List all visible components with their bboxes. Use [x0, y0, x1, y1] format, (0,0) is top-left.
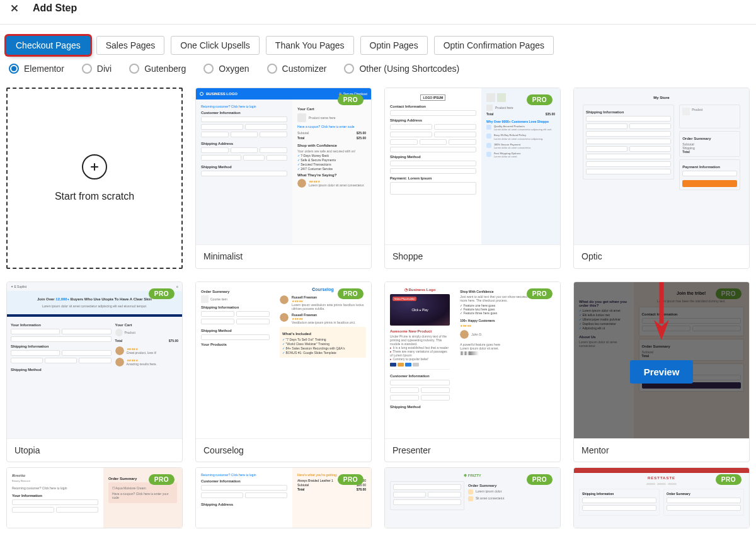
- radio-icon: [9, 64, 19, 74]
- tab-sales-pages[interactable]: Sales Pages: [96, 36, 165, 55]
- radio-other[interactable]: Other (Using Shortcodes): [344, 64, 459, 74]
- start-from-scratch-card[interactable]: Start from scratch: [6, 88, 183, 269]
- radio-icon: [82, 64, 92, 74]
- radio-icon: [267, 64, 277, 74]
- template-card-frizty[interactable]: PRO FRIZTY Order Summary Lorem ipsum dol…: [384, 467, 561, 528]
- template-thumbnail: PRO RESTTASTE Shipping Information Order…: [574, 468, 749, 528]
- pro-badge: PRO: [716, 474, 742, 485]
- pro-badge: PRO: [338, 288, 364, 299]
- template-thumbnail: PRO BUSINESS LOGO🔒 Secure Checkout Retur…: [196, 88, 371, 244]
- template-card[interactable]: PRO Returning customer? Click here to lo…: [195, 467, 372, 528]
- close-button[interactable]: [6, 0, 23, 16]
- template-card-presenter[interactable]: PRO ◔ Business Logo Video PlaceholderCli…: [384, 282, 561, 462]
- preview-button[interactable]: Preview: [630, 360, 694, 384]
- tab-one-click-upsells[interactable]: One Click Upsells: [171, 36, 259, 55]
- template-card-utopia[interactable]: PRO ✦ E Soplist≡ Join Over 12,000+ Buyer…: [6, 282, 183, 462]
- template-card-courselog[interactable]: PRO Order Summary Course item Shipping I…: [195, 282, 372, 462]
- page-title: Add Step: [33, 3, 77, 14]
- pro-badge: PRO: [527, 474, 553, 485]
- radio-icon: [129, 64, 139, 74]
- tab-checkout-pages[interactable]: Checkout Pages: [6, 36, 90, 55]
- pro-badge: PRO: [338, 474, 364, 485]
- template-thumbnail: PRO Rosetta Beauty Skincare Returning cu…: [7, 468, 182, 528]
- template-card-optic[interactable]: My Store Shipping Information Product: [573, 88, 750, 269]
- template-card-rosetta[interactable]: PRO Rosetta Beauty Skincare Returning cu…: [6, 467, 183, 528]
- tab-thank-you-pages[interactable]: Thank You Pages: [266, 36, 354, 55]
- template-name: Optic: [574, 244, 749, 268]
- radio-label: Gutenberg: [144, 64, 186, 74]
- template-thumbnail: PRO ◔ Business Logo Video PlaceholderCli…: [385, 282, 560, 438]
- pro-badge: PRO: [527, 94, 553, 105]
- template-name: Shoppe: [385, 244, 560, 268]
- template-thumbnail: PRO Returning customer? Click here to lo…: [196, 468, 371, 528]
- radio-label: Oxygen: [219, 64, 249, 74]
- plus-icon: [82, 154, 107, 179]
- page-type-tabs: Checkout Pages Sales Pages One Click Ups…: [0, 25, 756, 60]
- radio-icon: [203, 64, 214, 74]
- radio-icon: [344, 64, 354, 74]
- template-name: Courselog: [196, 438, 371, 462]
- tab-label: Optin Pages: [370, 40, 418, 50]
- tab-label: Thank You Pages: [275, 40, 345, 50]
- template-thumbnail: PRO LOGO IPSUM Contact Information Shipp…: [385, 88, 560, 244]
- template-thumbnail: PRO ✦ E Soplist≡ Join Over 12,000+ Buyer…: [7, 282, 182, 438]
- template-name: Minimalist: [196, 244, 371, 268]
- template-card-mentor[interactable]: PRO What do you get when you order this?…: [573, 282, 750, 462]
- pro-badge: PRO: [527, 288, 553, 299]
- tab-label: One Click Upsells: [180, 40, 249, 50]
- radio-label: Divi: [97, 64, 112, 74]
- tab-label: Checkout Pages: [16, 40, 81, 50]
- tab-label: Sales Pages: [106, 40, 156, 50]
- template-thumbnail: PRO FRIZTY Order Summary Lorem ipsum dol…: [385, 468, 560, 528]
- template-name: Utopia: [7, 438, 182, 462]
- radio-customizer[interactable]: Customizer: [267, 64, 327, 74]
- pro-badge: PRO: [149, 474, 175, 485]
- template-card-shoppe[interactable]: PRO LOGO IPSUM Contact Information Shipp…: [384, 88, 561, 269]
- template-thumbnail: My Store Shipping Information Product: [574, 88, 749, 244]
- template-name: Presenter: [385, 438, 560, 462]
- annotation-arrow-icon: [653, 282, 670, 344]
- builder-radio-group: Elementor Divi Gutenberg Oxygen Customiz…: [0, 60, 756, 84]
- radio-gutenberg[interactable]: Gutenberg: [129, 64, 186, 74]
- close-icon: [9, 3, 20, 14]
- radio-elementor[interactable]: Elementor: [9, 64, 64, 74]
- tab-optin-pages[interactable]: Optin Pages: [360, 36, 428, 55]
- radio-oxygen[interactable]: Oxygen: [203, 64, 249, 74]
- template-card-resttaste[interactable]: PRO RESTTASTE Shipping Information Order…: [573, 467, 750, 528]
- card-hover-overlay: Preview: [574, 282, 749, 462]
- radio-label: Customizer: [282, 64, 327, 74]
- pro-badge: PRO: [338, 94, 364, 105]
- pro-badge: PRO: [149, 288, 175, 299]
- tab-optin-confirmation-pages[interactable]: Optin Confirmation Pages: [434, 36, 554, 55]
- radio-label: Elementor: [24, 64, 64, 74]
- radio-label: Other (Using Shortcodes): [359, 64, 459, 74]
- tab-label: Optin Confirmation Pages: [444, 40, 544, 50]
- template-card-minimalist[interactable]: PRO BUSINESS LOGO🔒 Secure Checkout Retur…: [195, 88, 372, 269]
- radio-divi[interactable]: Divi: [82, 64, 112, 74]
- template-thumbnail: PRO Order Summary Course item Shipping I…: [196, 282, 371, 438]
- scratch-label: Start from scratch: [55, 191, 134, 202]
